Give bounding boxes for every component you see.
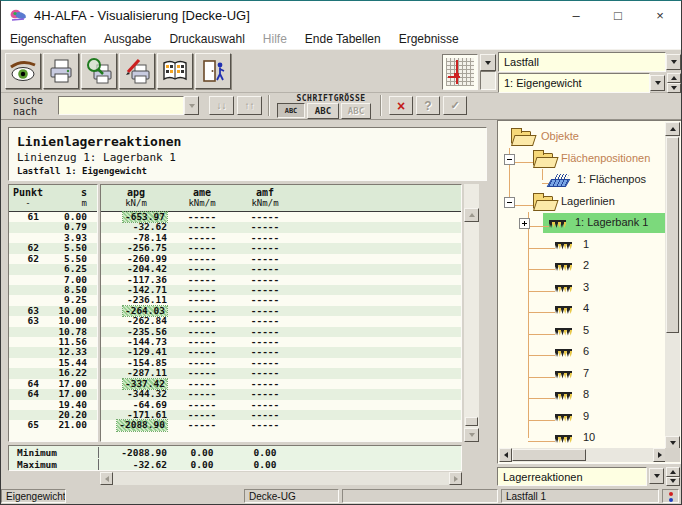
- scroll-up-button[interactable]: [665, 122, 680, 136]
- loadcase-spinner: [667, 73, 681, 93]
- tree-item[interactable]: 9: [499, 406, 665, 428]
- tree-connector: [528, 355, 555, 356]
- tree-item[interactable]: 3: [499, 277, 665, 299]
- minimize-button[interactable]: –: [555, 1, 597, 29]
- fontsize-small-button[interactable]: ABC: [277, 103, 305, 118]
- expander-icon[interactable]: [504, 154, 515, 165]
- exit-button[interactable]: [195, 53, 231, 89]
- scrollbar-corner: [665, 448, 680, 462]
- view-button[interactable]: [5, 53, 41, 89]
- confirm-button[interactable]: ✓: [443, 96, 467, 115]
- search-dropdown-button[interactable]: [184, 96, 199, 115]
- result-display-selector[interactable]: [442, 54, 478, 90]
- tree-item-label: 1: Flächenpos: [577, 173, 646, 185]
- tree-item[interactable]: 7: [499, 363, 665, 385]
- print-preview-button[interactable]: [81, 53, 117, 89]
- result-type-dropdown-button[interactable]: [649, 468, 664, 484]
- spinner-down-button[interactable]: [666, 477, 680, 487]
- print-edit-icon: [123, 57, 151, 85]
- red-blue-status-icon: [662, 489, 679, 503]
- tree-item[interactable]: Lagerlinien: [499, 191, 665, 213]
- tree-item[interactable]: Flächenpositionen: [499, 148, 665, 170]
- scroll-thumb[interactable]: [465, 417, 478, 426]
- search-down-button[interactable]: ↓↓: [209, 96, 234, 115]
- cell-punkt: [9, 347, 47, 357]
- tree-item-label: 8: [583, 388, 589, 400]
- display-dropdown-button[interactable]: [480, 54, 496, 71]
- table-hscrollbar[interactable]: [100, 472, 462, 485]
- tree-vscrollbar[interactable]: [665, 122, 680, 450]
- table-value-rows: -653.97 ----- ----- -32.62 ----- ----- -…: [101, 212, 461, 431]
- tree-item-label: 1: [583, 238, 589, 250]
- menu-item[interactable]: Eigenschaften: [1, 29, 95, 49]
- maximize-button[interactable]: □: [597, 1, 639, 29]
- cancel-button[interactable]: ×: [389, 96, 413, 115]
- search-up-button[interactable]: ↑↑: [237, 96, 262, 115]
- fontsize-large-button[interactable]: ABC: [341, 103, 371, 119]
- tree-item[interactable]: 1: Flächenpos: [499, 169, 665, 191]
- spinner-up-button[interactable]: [667, 73, 681, 83]
- tree-connector: [515, 205, 533, 206]
- scroll-thumb[interactable]: [512, 449, 586, 461]
- scroll-left-button[interactable]: [499, 448, 512, 462]
- tree-item-icon: [511, 131, 531, 144]
- scroll-thumb[interactable]: [666, 137, 679, 333]
- menu-item[interactable]: Ausgabe: [95, 29, 160, 49]
- status-panel: [342, 489, 498, 503]
- tree-item-icon: [555, 414, 572, 422]
- tree-item[interactable]: 1: [499, 234, 665, 256]
- spinner-down-button[interactable]: [667, 83, 681, 93]
- exit-door-icon: [199, 57, 227, 85]
- tree-item[interactable]: 2: [499, 255, 665, 277]
- scroll-left-button[interactable]: [100, 472, 113, 485]
- expander-icon[interactable]: [519, 218, 530, 229]
- report-loadcase: Lastfall 1: Eigengewicht: [17, 166, 147, 176]
- menu-item[interactable]: Ergebnisse: [390, 29, 468, 49]
- menu-item[interactable]: Hilfe: [254, 29, 296, 49]
- tree-item[interactable]: 8: [499, 384, 665, 406]
- tree-item-label: 7: [583, 367, 589, 379]
- result-type-spinner: [666, 467, 680, 486]
- close-button[interactable]: ×: [639, 1, 681, 29]
- table-row: 6.25: [9, 264, 97, 274]
- tree-item[interactable]: 6: [499, 341, 665, 363]
- loadcase-combo-value: 1: Eigengewicht: [504, 77, 582, 89]
- table-row: -2088.90 ----- -----: [101, 420, 461, 430]
- tables-button[interactable]: [157, 53, 193, 89]
- tree-hscrollbar[interactable]: [499, 448, 666, 462]
- tree-item[interactable]: Objekte: [499, 126, 665, 148]
- tree-item-label: 5: [583, 324, 589, 336]
- loadcase-dropdown-button[interactable]: [650, 75, 665, 91]
- cell-punkt: [9, 285, 47, 295]
- table-vscrollbar[interactable]: [464, 184, 479, 442]
- spinner-up-button[interactable]: [666, 467, 680, 477]
- expander-icon[interactable]: [504, 197, 515, 208]
- tree-item-icon: [555, 371, 572, 379]
- result-type-combo[interactable]: Lagerreaktionen: [497, 467, 647, 486]
- main-area: Linienlagerreaktionen Linienzug 1: Lager…: [1, 119, 681, 488]
- print-button[interactable]: [43, 53, 79, 89]
- tree-item[interactable]: 4: [499, 298, 665, 320]
- summary-row: Minimum -2088.90 0.00 0.00: [9, 447, 461, 458]
- print-select-button[interactable]: [119, 53, 155, 89]
- tree-item[interactable]: 1: Lagerbank 1: [499, 212, 665, 234]
- menu-item[interactable]: Druckauswahl: [160, 29, 253, 49]
- menu-item[interactable]: Ende Tabellen: [296, 29, 390, 49]
- loadcase-combo[interactable]: 1: Eigengewicht: [498, 73, 650, 93]
- fontsize-label: SCHRIFTGRÖSSE: [279, 94, 383, 103]
- tree-item[interactable]: 10: [499, 427, 665, 449]
- cell-punkt: 62: [9, 254, 47, 264]
- tree-connector: [528, 398, 555, 399]
- fontsize-medium-button[interactable]: ABC: [307, 103, 339, 119]
- search-input[interactable]: [58, 96, 184, 115]
- tree-connector: [530, 226, 549, 227]
- lastfall-dropdown-button[interactable]: [666, 54, 681, 70]
- scroll-right-button[interactable]: [449, 472, 462, 485]
- help-button[interactable]: ?: [416, 96, 440, 115]
- scroll-up-button[interactable]: [464, 208, 479, 222]
- status-panel: Decke-UG: [244, 489, 339, 503]
- scroll-down-button[interactable]: [464, 428, 479, 442]
- lastfall-combo[interactable]: Lastfall: [498, 52, 666, 72]
- tree-item[interactable]: 5: [499, 320, 665, 342]
- lastfall-combo-value: Lastfall: [504, 56, 539, 68]
